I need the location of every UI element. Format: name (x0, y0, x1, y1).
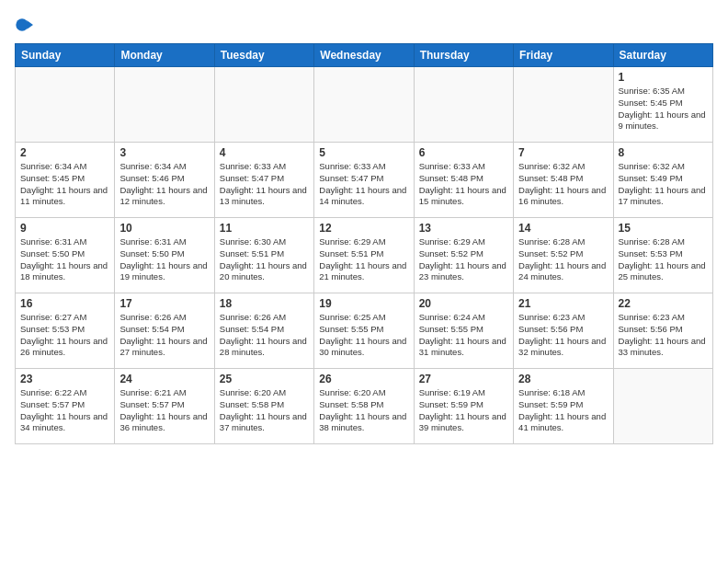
day-info: Sunrise: 6:25 AM Sunset: 5:55 PM Dayligh… (319, 312, 408, 359)
day-number: 21 (518, 297, 608, 310)
header (15, 15, 713, 34)
day-cell: 4Sunrise: 6:33 AM Sunset: 5:47 PM Daylig… (214, 143, 313, 218)
day-cell: 20Sunrise: 6:24 AM Sunset: 5:55 PM Dayli… (414, 293, 513, 369)
day-cell (514, 67, 613, 143)
day-cell: 26Sunrise: 6:20 AM Sunset: 5:58 PM Dayli… (314, 369, 414, 444)
day-number: 19 (319, 297, 408, 310)
day-cell: 8Sunrise: 6:32 AM Sunset: 5:49 PM Daylig… (613, 143, 712, 218)
day-cell: 5Sunrise: 6:33 AM Sunset: 5:47 PM Daylig… (314, 143, 414, 218)
day-cell: 13Sunrise: 6:29 AM Sunset: 5:52 PM Dayli… (414, 218, 513, 293)
day-cell: 3Sunrise: 6:34 AM Sunset: 5:46 PM Daylig… (115, 143, 214, 218)
day-number: 26 (319, 373, 408, 385)
day-cell: 19Sunrise: 6:25 AM Sunset: 5:55 PM Dayli… (314, 293, 414, 369)
day-info: Sunrise: 6:23 AM Sunset: 5:56 PM Dayligh… (518, 312, 608, 359)
day-number: 18 (220, 297, 309, 310)
day-number: 16 (20, 297, 109, 310)
weekday-header-row: SundayMondayTuesdayWednesdayThursdayFrid… (16, 44, 713, 67)
day-info: Sunrise: 6:20 AM Sunset: 5:58 PM Dayligh… (220, 387, 309, 434)
day-cell: 22Sunrise: 6:23 AM Sunset: 5:56 PM Dayli… (613, 293, 712, 369)
day-cell: 25Sunrise: 6:20 AM Sunset: 5:58 PM Dayli… (214, 369, 313, 444)
weekday-header-monday: Monday (115, 44, 214, 67)
day-number: 17 (119, 297, 209, 310)
day-number: 5 (319, 146, 408, 159)
day-cell (115, 67, 214, 143)
day-info: Sunrise: 6:27 AM Sunset: 5:53 PM Dayligh… (20, 312, 109, 359)
weekday-header-wednesday: Wednesday (314, 44, 414, 67)
day-cell: 15Sunrise: 6:28 AM Sunset: 5:53 PM Dayli… (613, 218, 712, 293)
day-info: Sunrise: 6:33 AM Sunset: 5:48 PM Dayligh… (419, 161, 508, 208)
day-number: 24 (119, 373, 209, 385)
weekday-header-friday: Friday (514, 44, 613, 67)
day-number: 25 (220, 373, 309, 385)
day-info: Sunrise: 6:33 AM Sunset: 5:47 PM Dayligh… (319, 161, 408, 208)
day-number: 7 (518, 146, 608, 159)
day-info: Sunrise: 6:21 AM Sunset: 5:57 PM Dayligh… (119, 387, 209, 434)
day-number: 22 (619, 297, 708, 310)
day-info: Sunrise: 6:34 AM Sunset: 5:45 PM Dayligh… (20, 161, 109, 208)
day-cell (214, 67, 313, 143)
day-number: 8 (619, 146, 708, 159)
day-cell (414, 67, 513, 143)
day-number: 15 (619, 222, 708, 235)
day-info: Sunrise: 6:22 AM Sunset: 5:57 PM Dayligh… (20, 387, 109, 434)
day-info: Sunrise: 6:33 AM Sunset: 5:47 PM Dayligh… (220, 161, 309, 208)
day-cell: 24Sunrise: 6:21 AM Sunset: 5:57 PM Dayli… (115, 369, 214, 444)
week-row-1: 2Sunrise: 6:34 AM Sunset: 5:45 PM Daylig… (16, 143, 713, 218)
day-cell: 16Sunrise: 6:27 AM Sunset: 5:53 PM Dayli… (16, 293, 115, 369)
day-number: 10 (119, 222, 209, 235)
week-row-3: 16Sunrise: 6:27 AM Sunset: 5:53 PM Dayli… (16, 293, 713, 369)
day-cell: 2Sunrise: 6:34 AM Sunset: 5:45 PM Daylig… (16, 143, 115, 218)
day-number: 11 (220, 222, 309, 235)
day-number: 9 (20, 222, 109, 235)
day-info: Sunrise: 6:32 AM Sunset: 5:48 PM Dayligh… (518, 161, 608, 208)
day-cell (613, 369, 712, 444)
day-cell (16, 67, 115, 143)
day-number: 1 (619, 71, 708, 84)
day-cell: 9Sunrise: 6:31 AM Sunset: 5:50 PM Daylig… (16, 218, 115, 293)
day-number: 12 (319, 222, 408, 235)
day-cell: 7Sunrise: 6:32 AM Sunset: 5:48 PM Daylig… (514, 143, 613, 218)
day-number: 27 (419, 373, 508, 385)
day-cell: 11Sunrise: 6:30 AM Sunset: 5:51 PM Dayli… (214, 218, 313, 293)
day-info: Sunrise: 6:20 AM Sunset: 5:58 PM Dayligh… (319, 387, 408, 434)
svg-point-0 (16, 18, 28, 30)
day-cell: 14Sunrise: 6:28 AM Sunset: 5:52 PM Dayli… (514, 218, 613, 293)
week-row-0: 1Sunrise: 6:35 AM Sunset: 5:45 PM Daylig… (16, 67, 713, 143)
day-info: Sunrise: 6:28 AM Sunset: 5:52 PM Dayligh… (518, 236, 608, 283)
weekday-header-sunday: Sunday (16, 44, 115, 67)
day-info: Sunrise: 6:32 AM Sunset: 5:49 PM Dayligh… (619, 161, 708, 208)
day-info: Sunrise: 6:31 AM Sunset: 5:50 PM Dayligh… (119, 236, 209, 283)
day-info: Sunrise: 6:35 AM Sunset: 5:45 PM Dayligh… (619, 86, 708, 132)
day-cell: 12Sunrise: 6:29 AM Sunset: 5:51 PM Dayli… (314, 218, 414, 293)
day-cell (314, 67, 414, 143)
day-cell: 27Sunrise: 6:19 AM Sunset: 5:59 PM Dayli… (414, 369, 513, 444)
day-cell: 18Sunrise: 6:26 AM Sunset: 5:54 PM Dayli… (214, 293, 313, 369)
weekday-header-saturday: Saturday (613, 44, 712, 67)
logo-icon (15, 16, 33, 34)
day-info: Sunrise: 6:23 AM Sunset: 5:56 PM Dayligh… (619, 312, 708, 359)
day-info: Sunrise: 6:26 AM Sunset: 5:54 PM Dayligh… (220, 312, 309, 359)
day-cell: 17Sunrise: 6:26 AM Sunset: 5:54 PM Dayli… (115, 293, 214, 369)
day-info: Sunrise: 6:30 AM Sunset: 5:51 PM Dayligh… (220, 236, 309, 283)
day-cell: 21Sunrise: 6:23 AM Sunset: 5:56 PM Dayli… (514, 293, 613, 369)
day-info: Sunrise: 6:34 AM Sunset: 5:46 PM Dayligh… (119, 161, 209, 208)
day-cell: 1Sunrise: 6:35 AM Sunset: 5:45 PM Daylig… (613, 67, 712, 143)
day-info: Sunrise: 6:29 AM Sunset: 5:51 PM Dayligh… (319, 236, 408, 283)
day-info: Sunrise: 6:18 AM Sunset: 5:59 PM Dayligh… (518, 387, 608, 434)
day-number: 28 (518, 373, 608, 385)
calendar-body: 1Sunrise: 6:35 AM Sunset: 5:45 PM Daylig… (16, 67, 713, 444)
weekday-header-tuesday: Tuesday (214, 44, 313, 67)
week-row-4: 23Sunrise: 6:22 AM Sunset: 5:57 PM Dayli… (16, 369, 713, 444)
day-number: 13 (419, 222, 508, 235)
day-number: 2 (20, 146, 109, 159)
day-info: Sunrise: 6:29 AM Sunset: 5:52 PM Dayligh… (419, 236, 508, 283)
day-number: 3 (119, 146, 209, 159)
day-number: 6 (419, 146, 508, 159)
day-number: 20 (419, 297, 508, 310)
svg-marker-1 (27, 20, 33, 29)
day-info: Sunrise: 6:24 AM Sunset: 5:55 PM Dayligh… (419, 312, 508, 359)
day-info: Sunrise: 6:31 AM Sunset: 5:50 PM Dayligh… (20, 236, 109, 283)
day-info: Sunrise: 6:28 AM Sunset: 5:53 PM Dayligh… (619, 236, 708, 283)
day-info: Sunrise: 6:26 AM Sunset: 5:54 PM Dayligh… (119, 312, 209, 359)
day-number: 4 (220, 146, 309, 159)
